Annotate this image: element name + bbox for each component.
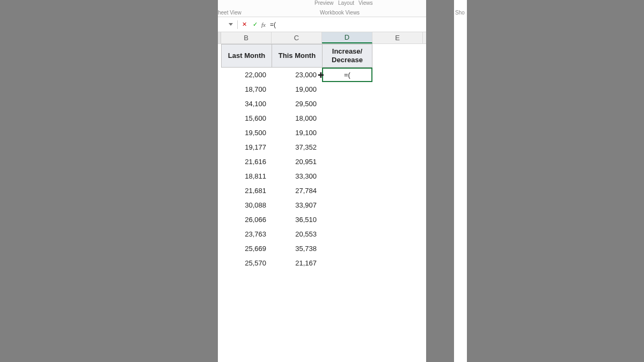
cell[interactable]: 20,553 (272, 227, 322, 241)
cell[interactable]: 30,088 (221, 198, 272, 212)
column-headers: B C D E (218, 32, 426, 44)
cell[interactable]: 25,669 (221, 241, 272, 256)
table-row[interactable]: 22,000 23,000 (221, 68, 322, 82)
table-row[interactable]: 21,681 27,784 (221, 183, 322, 198)
cell[interactable]: 22,000 (221, 68, 272, 82)
table-row[interactable]: 30,088 33,907 (221, 198, 322, 212)
active-cell-content: =( (344, 71, 350, 79)
cell[interactable]: 33,907 (272, 198, 322, 212)
table-row[interactable]: 21,616 20,951 (221, 154, 322, 169)
cell[interactable]: 25,570 (221, 256, 272, 270)
header-d-line2: Decrease (332, 56, 363, 64)
cell[interactable]: 18,000 (272, 111, 322, 125)
formula-bar-input[interactable]: =( (268, 21, 276, 28)
cell[interactable]: 27,784 (272, 183, 322, 198)
ribbon: Preview Layout Views heet View Workbook … (218, 0, 426, 17)
active-cell-D2[interactable]: =( (322, 68, 372, 82)
column-header-B[interactable]: B (221, 32, 272, 43)
cell[interactable]: 37,352 (272, 140, 322, 154)
cell[interactable]: 34,100 (221, 97, 272, 111)
cell[interactable]: 33,300 (272, 169, 322, 183)
table-row[interactable]: 18,811 33,300 (221, 169, 322, 183)
ribbon-item-preview[interactable]: Preview (314, 0, 334, 6)
cell[interactable]: 18,811 (221, 169, 272, 183)
cell[interactable]: 19,177 (221, 140, 272, 154)
ribbon-right-text: Sho (455, 10, 465, 16)
cell[interactable]: 20,951 (272, 154, 322, 169)
excel-window: Preview Layout Views heet View Workbook … (218, 0, 426, 362)
table-row[interactable]: 26,066 36,510 (221, 212, 322, 227)
table-row[interactable]: 25,570 21,167 (221, 256, 322, 270)
divider (237, 20, 238, 29)
header-d-line1: Increase/ (332, 47, 362, 56)
header-increase-decrease[interactable]: Increase/ Decrease (322, 44, 372, 68)
cell[interactable]: 19,100 (272, 125, 322, 140)
table-row[interactable]: 34,100 29,500 (221, 97, 322, 111)
table-row[interactable]: 23,763 20,553 (221, 227, 322, 241)
ribbon-group-sheetview: heet View (218, 10, 241, 16)
ribbon-right-sliver: Sho (454, 0, 467, 362)
table-row[interactable]: 25,669 35,738 (221, 241, 322, 256)
table-row[interactable]: 18,700 19,000 (221, 82, 322, 97)
spreadsheet-grid[interactable]: Last Month This Month Increase/ Decrease… (218, 44, 426, 362)
table-header-row: Last Month This Month Increase/ Decrease (221, 44, 372, 68)
cell[interactable]: 26,066 (221, 212, 272, 227)
cell[interactable]: 15,600 (221, 111, 272, 125)
column-header-E[interactable]: E (372, 32, 423, 43)
cell[interactable]: 21,681 (221, 183, 272, 198)
cell[interactable]: 29,500 (272, 97, 322, 111)
cell[interactable]: 18,700 (221, 82, 272, 97)
name-box-dropdown-icon[interactable] (226, 19, 235, 30)
formula-bar-row: ✕ ✓ fx =( (218, 17, 426, 32)
cell[interactable]: 19,500 (221, 125, 272, 140)
cell[interactable]: 23,763 (221, 227, 272, 241)
cell[interactable]: 21,167 (272, 256, 322, 270)
cell[interactable]: 23,000 (272, 68, 322, 82)
cell[interactable]: 19,000 (272, 82, 322, 97)
header-this-month[interactable]: This Month (272, 44, 322, 68)
ribbon-item-views[interactable]: Views (358, 0, 373, 6)
table-row[interactable]: 19,177 37,352 (221, 140, 322, 154)
table-row[interactable]: 15,600 18,000 (221, 111, 322, 125)
column-header-D[interactable]: D (322, 32, 372, 43)
cell[interactable]: 36,510 (272, 212, 322, 227)
fx-icon[interactable]: fx (261, 21, 266, 28)
cell[interactable]: 35,738 (272, 241, 322, 256)
accept-icon[interactable]: ✓ (251, 20, 259, 29)
header-last-month[interactable]: Last Month (221, 44, 272, 68)
table-row[interactable]: 19,500 19,100 (221, 125, 322, 140)
cell[interactable]: 21,616 (221, 154, 272, 169)
ribbon-item-layout[interactable]: Layout (338, 0, 354, 6)
ribbon-group-workbookviews: Workbook Views (320, 10, 360, 16)
column-header-C[interactable]: C (272, 32, 322, 43)
cancel-icon[interactable]: ✕ (240, 20, 248, 29)
